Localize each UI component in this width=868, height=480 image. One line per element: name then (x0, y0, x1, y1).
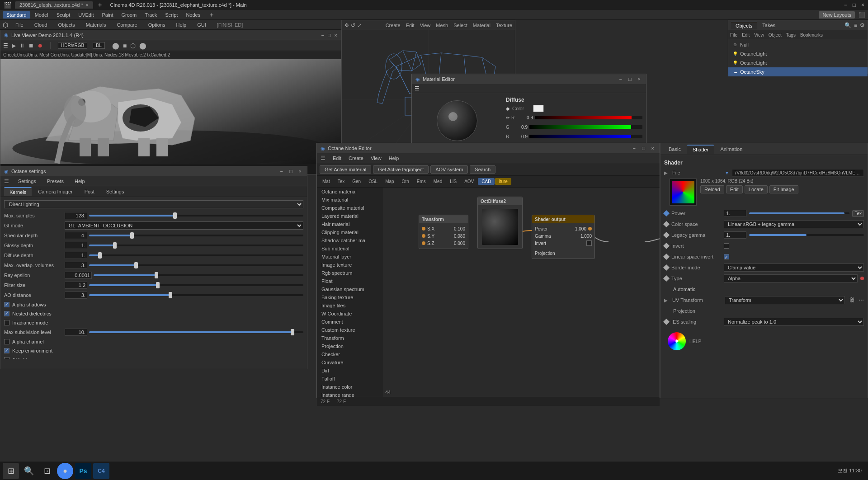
ne-tab-med[interactable]: Med (430, 178, 446, 185)
color-swatch-white[interactable] (533, 105, 544, 112)
lv-extra-btn4[interactable]: ⬤ (139, 42, 146, 49)
octane-settings-maximize[interactable]: □ (288, 169, 294, 174)
vp-scale-tool[interactable]: ⤢ (357, 22, 362, 28)
tab-takes[interactable]: Takes (758, 22, 780, 29)
ne-item-curvature[interactable]: Curvature (317, 358, 382, 367)
uv-transform-dropdown[interactable]: Transform (725, 296, 845, 304)
taskbar-c4d-btn[interactable]: C4 (93, 463, 109, 479)
ne-item-rgb-spectrum[interactable]: Rgb spectrum (317, 269, 382, 277)
lv-maximize-btn[interactable]: □ (328, 33, 331, 38)
lv-pause-btn[interactable]: ⏸ (19, 42, 25, 49)
tab-kernels[interactable]: Kernels (4, 187, 32, 196)
g-slider-track[interactable] (529, 125, 642, 129)
tab-close-btn[interactable]: × (86, 3, 89, 8)
max-subdiv-slider[interactable] (89, 331, 303, 333)
glossy-depth-slider[interactable] (89, 245, 303, 246)
ne-tab-cad[interactable]: CAD (478, 178, 495, 185)
ne-item-float[interactable]: Float (317, 277, 382, 285)
sp-tab-shader[interactable]: Shader (687, 145, 714, 154)
obj-panel-filter-icon[interactable]: ≡ (854, 22, 857, 28)
edit-btn[interactable]: Edit (726, 185, 743, 193)
vp-mesh-menu[interactable]: Mesh (436, 23, 448, 28)
ne-item-image-tiles[interactable]: Image tiles (317, 301, 382, 310)
ne-menu-help[interactable]: Help (389, 155, 399, 161)
settings-menu-presets[interactable]: Presets (45, 178, 66, 185)
ne-item-shadow-catcher[interactable]: Shadow catcher ma (317, 236, 382, 245)
filter-size-slider[interactable] (89, 284, 303, 286)
ne-item-octane-material[interactable]: Octane material (317, 188, 382, 196)
restore-btn[interactable]: □ (853, 2, 856, 8)
ne-minimize[interactable]: − (631, 146, 637, 151)
vp-view-menu[interactable]: View (420, 23, 431, 28)
hdr-mode-dropdown[interactable]: HDR/sRGB (58, 42, 87, 49)
sp-tab-basic[interactable]: Basic (663, 145, 686, 153)
ne-item-custom-texture[interactable]: Custom texture (317, 326, 382, 334)
obj-item-sky[interactable]: ☁ OctaneSky (728, 67, 868, 76)
obj-item-null[interactable]: ⊕ Null (728, 40, 868, 49)
ne-item-composite-material[interactable]: Composite material (317, 204, 382, 212)
ne-item-layered-material[interactable]: Layered material (317, 212, 382, 220)
c4d-gui[interactable]: GUI (193, 21, 210, 28)
ne-tab-lis[interactable]: LIS (446, 178, 460, 185)
tab-camera-imager[interactable]: Camera Imager (33, 188, 78, 196)
ne-tab-mat[interactable]: Mat (319, 178, 334, 185)
render-mode-dropdown[interactable]: DL (93, 42, 105, 49)
sp-tab-animation[interactable]: Animation (715, 145, 748, 153)
filter-size-input[interactable] (65, 282, 87, 289)
ne-item-w-coordinate[interactable]: W Coordinate (317, 310, 382, 318)
obj-bookmarks-menu[interactable]: Bookmarks (800, 33, 823, 38)
locate-btn[interactable]: Locate (745, 185, 768, 193)
c4d-objects[interactable]: Objects (54, 21, 78, 28)
ne-item-comment[interactable]: Comment (317, 318, 382, 326)
toggle-btn[interactable]: ⬛ (859, 12, 865, 18)
type-dropdown[interactable]: Alpha (724, 274, 858, 282)
vp-rotate-tool[interactable]: ↺ (351, 22, 355, 28)
max-overlap-slider[interactable] (89, 264, 303, 266)
specular-depth-slider[interactable] (89, 235, 303, 236)
power-input[interactable] (724, 210, 746, 217)
vp-create-menu[interactable]: Create (386, 23, 401, 28)
ne-item-instance-range[interactable]: Instance range (317, 391, 382, 397)
menu-script[interactable]: Script (161, 11, 181, 19)
obj-item-light2[interactable]: 💡 OctaneLight (728, 58, 868, 67)
ne-item-instance-color[interactable]: Instance color (317, 383, 382, 391)
c4d-cloud[interactable]: Cloud (31, 21, 51, 28)
ne-item-dirt[interactable]: Dirt (317, 367, 382, 375)
ai-light-checkbox[interactable] (4, 357, 9, 359)
lv-minimize-btn[interactable]: − (321, 33, 324, 38)
obj-file-menu[interactable]: File (730, 33, 737, 38)
lv-extra-btn3[interactable]: ⬡ (130, 42, 136, 49)
obj-panel-search-icon[interactable]: 🔍 (844, 22, 851, 28)
invert-checkbox[interactable] (586, 240, 592, 246)
max-samples-input[interactable] (65, 212, 87, 219)
tab-settings[interactable]: Settings (101, 188, 130, 196)
new-layouts-btn[interactable]: New Layouts (819, 11, 855, 19)
alpha-channel-checkbox[interactable] (4, 339, 9, 344)
lv-close-btn[interactable]: × (335, 33, 337, 38)
taskbar-ps-btn[interactable]: Ps (75, 463, 91, 479)
gi-mode-dropdown[interactable]: GL_AMBIENT_OCCLUSION (65, 221, 303, 230)
lv-record-btn[interactable]: ⏺ (38, 42, 43, 49)
specular-depth-input[interactable] (65, 232, 87, 239)
vp-texture-menu[interactable]: Texture (496, 23, 512, 28)
max-subdiv-input[interactable] (65, 329, 87, 336)
octane-settings-close[interactable]: × (297, 169, 303, 174)
ne-item-hair-material[interactable]: Hair material (317, 220, 382, 228)
ne-tab-aov[interactable]: AOV (461, 178, 477, 185)
vp-move-tool[interactable]: ✥ (344, 22, 349, 28)
c4d-file[interactable]: File (12, 21, 27, 28)
glossy-depth-input[interactable] (65, 242, 87, 249)
obj-edit-menu[interactable]: Edit (742, 33, 750, 38)
ies-scaling-dropdown[interactable]: Normalize peak to 1.0 (724, 318, 864, 326)
ao-distance-input[interactable] (65, 292, 87, 299)
taskbar-chrome-btn[interactable]: ● (57, 463, 73, 479)
obj-panel-settings-icon[interactable]: ⚙ (860, 22, 865, 28)
menu-paint[interactable]: Paint (98, 11, 117, 19)
power-slider[interactable] (749, 212, 849, 214)
diffuse-depth-slider[interactable] (89, 254, 303, 256)
taskbar-search-btn[interactable]: 🔍 (21, 463, 37, 479)
close-btn[interactable]: × (861, 2, 864, 8)
lv-stop-btn[interactable]: ⏹ (28, 42, 34, 49)
r-slider-track[interactable] (535, 116, 642, 119)
ne-item-checker[interactable]: Checker (317, 350, 382, 358)
